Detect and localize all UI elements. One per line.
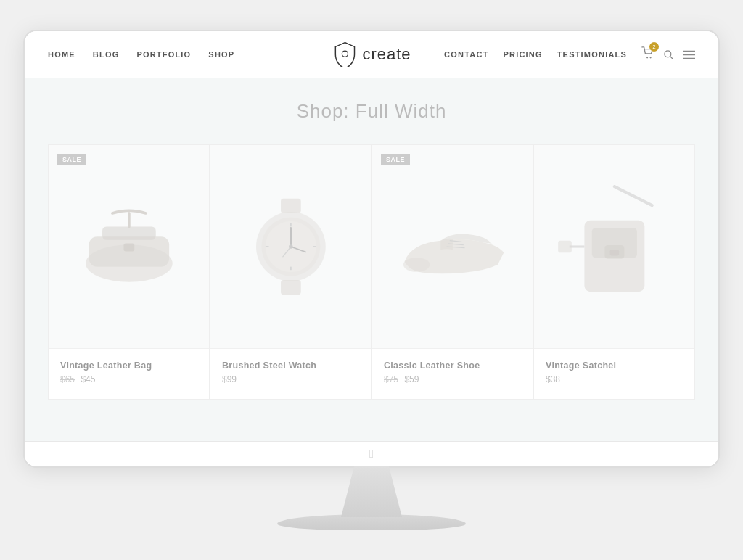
svg-rect-36 [558, 241, 572, 253]
svg-rect-14 [281, 280, 301, 295]
product-name-2: Brushed Steel Watch [222, 361, 359, 371]
cart-button[interactable]: 2 [641, 46, 654, 62]
product-card-2[interactable]: Brushed Steel Watch $99 [210, 144, 372, 400]
apple-logo-icon:  [369, 448, 374, 461]
logo-shield-icon [332, 41, 358, 67]
svg-rect-34 [609, 250, 618, 255]
nav-logo[interactable]: create [332, 41, 411, 67]
monitor-stand-neck [328, 466, 415, 517]
svg-point-21 [289, 244, 293, 249]
svg-rect-11 [123, 243, 134, 251]
svg-rect-13 [281, 199, 301, 213]
monitor-bottom-bar:  [25, 441, 718, 466]
svg-rect-9 [102, 226, 156, 239]
nav-left: HOME BLOG PORTFOLIO SHOP [48, 50, 234, 59]
nav-icons: 2 [641, 46, 695, 62]
products-grid: Sale [48, 144, 695, 400]
product-image-area-3: Sale [372, 145, 533, 348]
product-price-4: $38 [546, 374, 683, 384]
nav-blog[interactable]: BLOG [93, 50, 120, 59]
nav-home[interactable]: HOME [48, 50, 75, 59]
product-info-3: Classic Leather Shoe $75 $59 [372, 348, 533, 399]
product-card-3[interactable]: Sale [372, 144, 533, 400]
price-old-3: $75 [384, 374, 398, 384]
product-info-1: Vintage Leather Bag $65 $45 [49, 348, 209, 399]
monitor-screen: HOME BLOG PORTFOLIO SHOP create CONTACT … [23, 30, 720, 468]
svg-point-1 [646, 57, 648, 58]
price-new-1: $45 [81, 374, 95, 384]
sale-badge-3: Sale [381, 154, 410, 165]
logo-text: create [362, 45, 411, 64]
product-image-area-4 [534, 145, 694, 348]
nav-right: CONTACT PRICING TESTIMONIALS 2 [444, 46, 695, 62]
product-price-1: $65 $45 [60, 374, 197, 384]
cart-badge: 2 [649, 42, 659, 52]
navbar: HOME BLOG PORTFOLIO SHOP create CONTACT … [25, 31, 718, 78]
svg-point-2 [650, 57, 652, 58]
price-2: $99 [222, 374, 237, 384]
product-card-4[interactable]: Vintage Satchel $38 [533, 144, 695, 400]
svg-rect-8 [89, 236, 169, 266]
product-image-area-1: Sale [49, 145, 209, 348]
shop-area: Shop: Full Width Sale [25, 78, 718, 441]
sale-badge-1: Sale [57, 154, 86, 165]
shoe-image [393, 170, 513, 323]
nav-shop[interactable]: SHOP [208, 50, 234, 59]
watch-image [231, 170, 351, 323]
satchel-image [554, 170, 675, 323]
product-image-area-2 [210, 145, 371, 348]
monitor-wrapper: HOME BLOG PORTFOLIO SHOP create CONTACT … [16, 30, 727, 530]
svg-point-26 [403, 258, 430, 272]
product-info-4: Vintage Satchel $38 [534, 348, 694, 399]
nav-contact[interactable]: CONTACT [444, 50, 488, 59]
price-new-3: $59 [404, 374, 419, 384]
svg-point-0 [342, 51, 348, 57]
shop-title: Shop: Full Width [48, 100, 695, 123]
product-price-2: $99 [222, 374, 359, 384]
price-old-1: $65 [60, 374, 75, 384]
menu-button[interactable] [682, 48, 695, 61]
search-icon [663, 49, 674, 60]
product-name-1: Vintage Leather Bag [60, 361, 197, 371]
nav-testimonials[interactable]: TESTIMONIALS [557, 50, 627, 59]
nav-portfolio[interactable]: PORTFOLIO [136, 50, 191, 59]
product-name-4: Vintage Satchel [546, 361, 683, 371]
product-card-1[interactable]: Sale [48, 144, 210, 400]
product-name-3: Classic Leather Shoe [384, 361, 521, 371]
search-button[interactable] [662, 48, 675, 61]
nav-pricing[interactable]: PRICING [503, 50, 542, 59]
product-price-3: $75 $59 [384, 374, 521, 384]
bag-image [69, 170, 189, 323]
product-info-2: Brushed Steel Watch $99 [210, 348, 371, 399]
monitor-inner: HOME BLOG PORTFOLIO SHOP create CONTACT … [25, 31, 718, 466]
svg-line-30 [615, 186, 652, 205]
hamburger-icon [683, 50, 695, 59]
price-4: $38 [546, 374, 560, 384]
